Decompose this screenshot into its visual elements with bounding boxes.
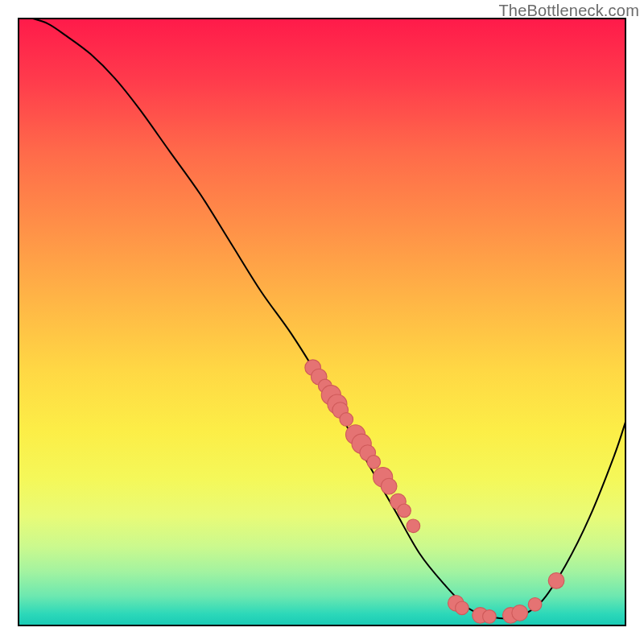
scatter-points-layer (305, 360, 564, 623)
bottleneck-curve-path (30, 18, 626, 619)
scatter-point (512, 605, 528, 621)
scatter-point (483, 610, 497, 624)
plot-area (18, 18, 626, 626)
scatter-point (407, 519, 420, 533)
scatter-point (528, 597, 542, 611)
scatter-point (340, 413, 353, 427)
scatter-point (381, 478, 397, 494)
scatter-point (548, 572, 564, 588)
curve-layer (30, 18, 626, 619)
scatter-point (456, 601, 469, 615)
scatter-point (398, 504, 411, 518)
chart-container: TheBottleneck.com (0, 0, 644, 644)
scatter-point (367, 456, 381, 469)
curve-svg (18, 18, 626, 626)
